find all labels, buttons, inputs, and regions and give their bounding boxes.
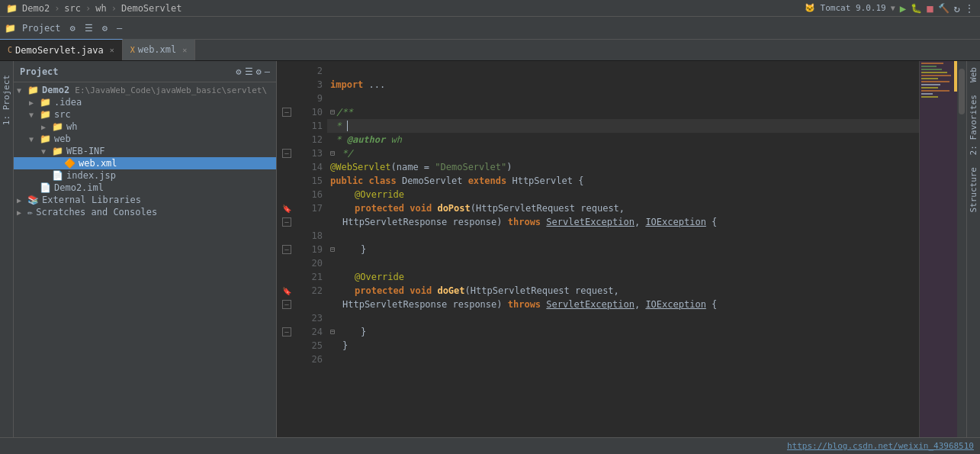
fold-button-19[interactable]: — <box>282 245 291 254</box>
code-line-16: @Override <box>327 188 919 201</box>
debug-button[interactable]: 🐛 <box>911 3 922 14</box>
gutter-fold-cont1[interactable]: — <box>277 217 297 227</box>
update-button[interactable]: ↻ <box>954 2 960 14</box>
code-line-15: public class DemoServlet extends HttpSer… <box>327 174 919 188</box>
scrollbar-thumb[interactable] <box>959 69 965 114</box>
right-tab-web[interactable]: Web <box>967 61 980 89</box>
tree-item-extlibs[interactable]: ▶ 📚 External Libraries <box>14 194 276 206</box>
tree-item-indexjsp[interactable]: 📄 index.jsp <box>14 169 276 182</box>
tab-webxml[interactable]: X web.xml ✕ <box>123 39 196 60</box>
code-line-12: * @author wh <box>327 133 919 147</box>
tree-item-demo2[interactable]: ▼ 📁 Demo2 E:\JavaWeb_Code\javaWeb_basic\… <box>14 84 276 96</box>
gutter-line-cont2: — <box>277 298 327 311</box>
tree-arrow-src: ▼ <box>29 111 40 119</box>
tree-item-demo2iml[interactable]: 📄 Demo2.iml <box>14 182 276 194</box>
tab-webxml-close[interactable]: ✕ <box>182 46 187 54</box>
title-bar: 📁 Demo2 › src › wh › DemoServlet 🐱 Tomca… <box>0 0 980 17</box>
gutter-fold-cont2[interactable]: — <box>277 300 297 309</box>
file-icon-demo2iml: 📄 <box>40 182 51 193</box>
code-line-3: import ... <box>327 78 919 92</box>
annotation-webservlet: @WebServlet <box>330 160 390 174</box>
sidebar-settings-icon[interactable]: ⚙ <box>236 66 241 77</box>
gutter-fold-19[interactable]: — <box>277 245 297 254</box>
file-icon-webxml: 🔶 <box>64 158 76 169</box>
fold-button-10[interactable]: — <box>282 108 291 117</box>
tree-item-wh[interactable]: ▶ 📁 wh <box>14 121 276 133</box>
line-number-gutter: 2 3 9 — 10 11 <box>277 61 327 437</box>
menu-icon[interactable]: ⋮ <box>965 3 974 14</box>
sidebar-minimize-icon[interactable]: — <box>265 66 270 77</box>
vertical-scrollbar[interactable] <box>957 61 966 437</box>
lineno-2: 2 <box>297 66 327 76</box>
project-tree: ▼ 📁 Demo2 E:\JavaWeb_Code\javaWeb_basic\… <box>14 82 276 437</box>
tree-item-webxml[interactable]: 🔶 web.xml <box>14 157 276 169</box>
sidebar-gear-icon[interactable]: ⚙ <box>256 66 262 77</box>
javadoc-author-tag: @author <box>347 133 386 147</box>
sidebar-item-project-tab[interactable]: 1: Project <box>0 69 13 131</box>
lineno-21: 21 <box>297 272 327 282</box>
sidebar-layout-icon[interactable]: ☰ <box>245 66 253 77</box>
code-editor[interactable]: import ... ⊟ /** * * @author wh <box>327 61 919 437</box>
toolbar-icon-settings[interactable]: ⚙ <box>67 21 79 35</box>
project-folder-icon: 📁 <box>5 23 16 34</box>
gutter-line-20: 20 <box>277 256 327 270</box>
gutter-bookmark-22: 🔖 <box>277 287 297 295</box>
fold-marker-13[interactable]: ⊟ <box>330 147 335 160</box>
right-tab-favorites[interactable]: 2: Favorites <box>967 89 980 161</box>
gutter-fold-10[interactable]: — <box>277 108 297 117</box>
run-button[interactable]: ▶ <box>900 2 906 14</box>
toolbar-minimize[interactable]: — <box>114 21 125 35</box>
project-icon: 📁 <box>6 3 18 14</box>
gutter-line-13: — 13 <box>277 147 327 160</box>
bookmark-icon-17: 🔖 <box>282 204 291 213</box>
tree-item-webinf[interactable]: ▼ 📁 WEB-INF <box>14 145 276 157</box>
right-tab-structure[interactable]: Structure <box>967 161 980 219</box>
file-icon-indexjsp: 📄 <box>52 170 63 181</box>
title-src: src <box>64 3 81 14</box>
gutter-fold-24[interactable]: — <box>277 327 297 336</box>
tab-demoservlet[interactable]: C DemoServlet.java ✕ <box>0 39 123 60</box>
tree-label-idea: .idea <box>54 97 82 108</box>
dropdown-arrow-icon[interactable]: ▼ <box>891 4 895 12</box>
tree-item-idea[interactable]: ▶ 📁 .idea <box>14 96 276 108</box>
sidebar-header: Project ⚙ ☰ ⚙ — <box>14 61 276 82</box>
url-link[interactable]: https://blog.csdn.net/weixin_43968510 <box>787 441 974 451</box>
project-dropdown[interactable]: Project <box>19 21 64 35</box>
lineno-9: 9 <box>297 93 327 104</box>
tab-demoservlet-close[interactable]: ✕ <box>110 46 114 54</box>
minimap-line <box>921 90 949 92</box>
lineno-10: 10 <box>297 107 327 118</box>
tree-item-web[interactable]: ▼ 📁 web <box>14 133 276 145</box>
sidebar-icons: ⚙ ☰ ⚙ — <box>236 66 270 77</box>
annotation-override-2: @Override <box>355 270 404 284</box>
string-demoservlet: "DemoServlet" <box>435 160 506 174</box>
code-line-11: * <box>327 119 919 133</box>
gutter-line-26: 26 <box>277 353 327 366</box>
title-bar-left: 📁 Demo2 › src › wh › DemoServlet <box>6 3 798 14</box>
gutter-line-22: 🔖 22 <box>277 284 327 298</box>
fold-button-cont1[interactable]: — <box>282 217 291 227</box>
toolbar-icon-settings2[interactable]: ⚙ <box>99 21 111 35</box>
left-side-panel: 1: Project <box>0 61 14 437</box>
toolbar-icon-gear[interactable]: ☰ <box>82 21 96 35</box>
fold-marker-19[interactable]: ⊟ <box>330 243 335 256</box>
minimap-line <box>921 87 938 89</box>
gutter-fold-13[interactable]: — <box>277 149 297 158</box>
tree-label-webinf: WEB-INF <box>66 146 105 156</box>
fold-button-24[interactable]: — <box>282 327 291 336</box>
stop-button[interactable]: ■ <box>927 2 933 14</box>
fold-marker-24[interactable]: ⊟ <box>330 325 335 339</box>
minimap-content <box>920 61 957 437</box>
tree-item-src[interactable]: ▼ 📁 src <box>14 108 276 121</box>
tree-item-scratches[interactable]: ▶ ✏ Scratches and Consoles <box>14 206 276 218</box>
code-line-26 <box>327 353 919 366</box>
gutter-line-17: 🔖 17 <box>277 201 327 215</box>
build-button[interactable]: 🔨 <box>938 3 949 14</box>
fold-marker-10[interactable]: ⊟ <box>330 105 335 119</box>
gutter-line-12: 12 <box>277 133 327 147</box>
editor-area: 2 3 9 — 10 11 <box>277 61 966 437</box>
tomcat-config[interactable]: 🐱 Tomcat 9.0.19 <box>805 3 886 13</box>
fold-button-cont2[interactable]: — <box>282 300 291 309</box>
gutter-line-24: — 24 <box>277 325 327 339</box>
fold-button-13[interactable]: — <box>282 149 291 158</box>
